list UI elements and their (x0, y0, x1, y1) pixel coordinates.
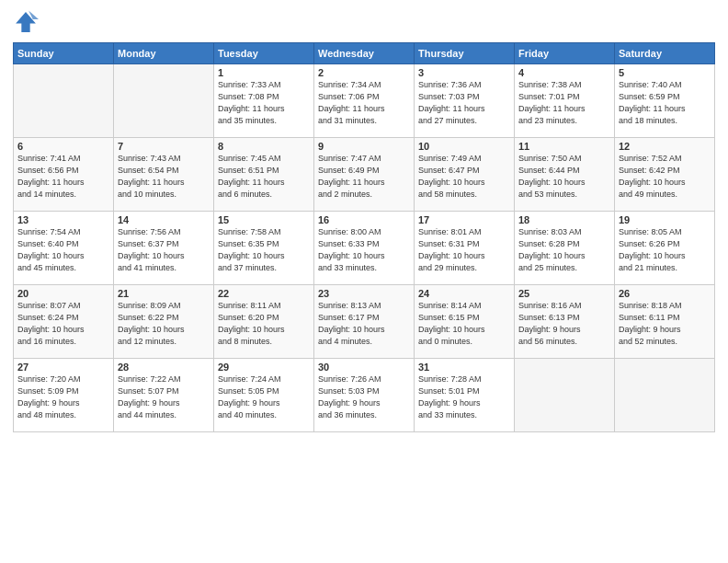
day-info: Sunrise: 7:54 AM Sunset: 6:40 PM Dayligh… (17, 226, 109, 274)
day-info: Sunrise: 7:40 AM Sunset: 6:59 PM Dayligh… (619, 79, 711, 127)
logo-icon (13, 9, 39, 35)
day-info: Sunrise: 7:22 AM Sunset: 5:07 PM Dayligh… (118, 373, 210, 421)
day-cell (615, 359, 715, 432)
day-number: 5 (619, 67, 711, 78)
week-row-4: 20Sunrise: 8:07 AM Sunset: 6:24 PM Dayli… (14, 285, 715, 359)
day-info: Sunrise: 8:11 AM Sunset: 6:20 PM Dayligh… (218, 300, 310, 348)
day-number: 13 (17, 214, 109, 225)
day-cell: 22Sunrise: 8:11 AM Sunset: 6:20 PM Dayli… (214, 285, 314, 359)
day-info: Sunrise: 8:00 AM Sunset: 6:33 PM Dayligh… (318, 226, 410, 274)
week-row-2: 6Sunrise: 7:41 AM Sunset: 6:56 PM Daylig… (14, 138, 715, 212)
day-info: Sunrise: 7:52 AM Sunset: 6:42 PM Dayligh… (619, 153, 711, 201)
day-number: 21 (118, 288, 210, 299)
day-cell: 6Sunrise: 7:41 AM Sunset: 6:56 PM Daylig… (14, 138, 114, 212)
day-cell: 20Sunrise: 8:07 AM Sunset: 6:24 PM Dayli… (14, 285, 114, 359)
day-cell: 9Sunrise: 7:47 AM Sunset: 6:49 PM Daylig… (314, 138, 415, 212)
day-info: Sunrise: 8:01 AM Sunset: 6:31 PM Dayligh… (418, 226, 510, 274)
day-info: Sunrise: 7:24 AM Sunset: 5:05 PM Dayligh… (218, 373, 310, 421)
day-cell (14, 64, 114, 138)
logo (13, 9, 40, 35)
week-row-1: 1Sunrise: 7:33 AM Sunset: 7:08 PM Daylig… (14, 64, 715, 138)
day-cell: 11Sunrise: 7:50 AM Sunset: 6:44 PM Dayli… (515, 138, 615, 212)
weekday-header-row: SundayMondayTuesdayWednesdayThursdayFrid… (14, 43, 715, 64)
day-cell: 17Sunrise: 8:01 AM Sunset: 6:31 PM Dayli… (415, 212, 515, 285)
day-info: Sunrise: 8:18 AM Sunset: 6:11 PM Dayligh… (619, 300, 711, 348)
day-number: 6 (17, 141, 109, 152)
day-info: Sunrise: 8:16 AM Sunset: 6:13 PM Dayligh… (518, 300, 610, 348)
day-number: 17 (418, 214, 510, 225)
day-number: 28 (118, 362, 210, 373)
page: SundayMondayTuesdayWednesdayThursdayFrid… (0, 0, 728, 563)
header (13, 9, 715, 35)
day-number: 8 (218, 141, 310, 152)
day-info: Sunrise: 7:41 AM Sunset: 6:56 PM Dayligh… (17, 153, 109, 201)
week-row-3: 13Sunrise: 7:54 AM Sunset: 6:40 PM Dayli… (14, 212, 715, 285)
day-cell: 30Sunrise: 7:26 AM Sunset: 5:03 PM Dayli… (314, 359, 415, 432)
weekday-header-monday: Monday (114, 43, 214, 64)
day-info: Sunrise: 7:45 AM Sunset: 6:51 PM Dayligh… (218, 153, 310, 201)
day-number: 11 (518, 141, 610, 152)
weekday-header-tuesday: Tuesday (214, 43, 314, 64)
day-cell: 29Sunrise: 7:24 AM Sunset: 5:05 PM Dayli… (214, 359, 314, 432)
day-number: 19 (619, 214, 711, 225)
weekday-header-sunday: Sunday (14, 43, 114, 64)
day-cell: 10Sunrise: 7:49 AM Sunset: 6:47 PM Dayli… (415, 138, 515, 212)
day-number: 2 (318, 67, 410, 78)
day-number: 14 (118, 214, 210, 225)
day-number: 12 (619, 141, 711, 152)
weekday-header-thursday: Thursday (415, 43, 515, 64)
day-number: 22 (218, 288, 310, 299)
day-cell: 7Sunrise: 7:43 AM Sunset: 6:54 PM Daylig… (114, 138, 214, 212)
day-number: 1 (218, 67, 310, 78)
week-row-5: 27Sunrise: 7:20 AM Sunset: 5:09 PM Dayli… (14, 359, 715, 432)
day-cell: 18Sunrise: 8:03 AM Sunset: 6:28 PM Dayli… (515, 212, 615, 285)
day-number: 24 (418, 288, 510, 299)
day-info: Sunrise: 7:58 AM Sunset: 6:35 PM Dayligh… (218, 226, 310, 274)
day-info: Sunrise: 8:03 AM Sunset: 6:28 PM Dayligh… (518, 226, 610, 274)
day-cell: 8Sunrise: 7:45 AM Sunset: 6:51 PM Daylig… (214, 138, 314, 212)
day-cell: 15Sunrise: 7:58 AM Sunset: 6:35 PM Dayli… (214, 212, 314, 285)
day-cell: 2Sunrise: 7:34 AM Sunset: 7:06 PM Daylig… (314, 64, 415, 138)
day-number: 3 (418, 67, 510, 78)
weekday-header-saturday: Saturday (615, 43, 715, 64)
day-number: 23 (318, 288, 410, 299)
day-cell: 25Sunrise: 8:16 AM Sunset: 6:13 PM Dayli… (515, 285, 615, 359)
day-cell: 5Sunrise: 7:40 AM Sunset: 6:59 PM Daylig… (615, 64, 715, 138)
day-number: 25 (518, 288, 610, 299)
day-info: Sunrise: 7:36 AM Sunset: 7:03 PM Dayligh… (418, 79, 510, 127)
day-cell: 12Sunrise: 7:52 AM Sunset: 6:42 PM Dayli… (615, 138, 715, 212)
day-cell: 26Sunrise: 8:18 AM Sunset: 6:11 PM Dayli… (615, 285, 715, 359)
day-number: 29 (218, 362, 310, 373)
day-cell (114, 64, 214, 138)
day-info: Sunrise: 7:47 AM Sunset: 6:49 PM Dayligh… (318, 153, 410, 201)
day-info: Sunrise: 7:33 AM Sunset: 7:08 PM Dayligh… (218, 79, 310, 127)
day-number: 31 (418, 362, 510, 373)
day-number: 9 (318, 141, 410, 152)
day-number: 4 (518, 67, 610, 78)
day-number: 18 (518, 214, 610, 225)
day-number: 16 (318, 214, 410, 225)
day-number: 7 (118, 141, 210, 152)
day-cell: 13Sunrise: 7:54 AM Sunset: 6:40 PM Dayli… (14, 212, 114, 285)
day-cell: 27Sunrise: 7:20 AM Sunset: 5:09 PM Dayli… (14, 359, 114, 432)
day-info: Sunrise: 7:50 AM Sunset: 6:44 PM Dayligh… (518, 153, 610, 201)
day-cell (515, 359, 615, 432)
calendar-table: SundayMondayTuesdayWednesdayThursdayFrid… (13, 42, 715, 432)
day-number: 27 (17, 362, 109, 373)
day-cell: 16Sunrise: 8:00 AM Sunset: 6:33 PM Dayli… (314, 212, 415, 285)
weekday-header-friday: Friday (515, 43, 615, 64)
day-info: Sunrise: 8:09 AM Sunset: 6:22 PM Dayligh… (118, 300, 210, 348)
day-cell: 4Sunrise: 7:38 AM Sunset: 7:01 PM Daylig… (515, 64, 615, 138)
day-cell: 19Sunrise: 8:05 AM Sunset: 6:26 PM Dayli… (615, 212, 715, 285)
weekday-header-wednesday: Wednesday (314, 43, 415, 64)
day-cell: 14Sunrise: 7:56 AM Sunset: 6:37 PM Dayli… (114, 212, 214, 285)
day-number: 30 (318, 362, 410, 373)
day-info: Sunrise: 8:05 AM Sunset: 6:26 PM Dayligh… (619, 226, 711, 274)
day-info: Sunrise: 7:28 AM Sunset: 5:01 PM Dayligh… (418, 373, 510, 421)
day-number: 20 (17, 288, 109, 299)
day-cell: 3Sunrise: 7:36 AM Sunset: 7:03 PM Daylig… (415, 64, 515, 138)
day-info: Sunrise: 7:26 AM Sunset: 5:03 PM Dayligh… (318, 373, 410, 421)
day-number: 10 (418, 141, 510, 152)
day-cell: 21Sunrise: 8:09 AM Sunset: 6:22 PM Dayli… (114, 285, 214, 359)
day-cell: 28Sunrise: 7:22 AM Sunset: 5:07 PM Dayli… (114, 359, 214, 432)
